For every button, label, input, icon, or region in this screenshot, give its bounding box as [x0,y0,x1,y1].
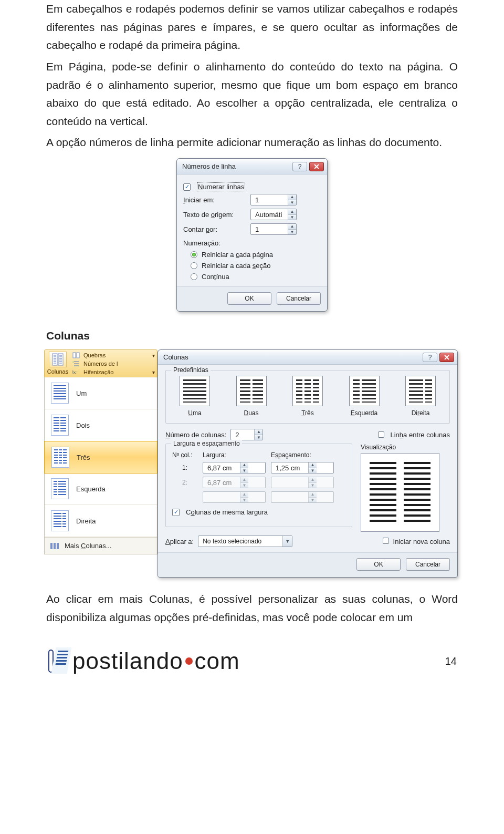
help-button[interactable]: ? [423,353,437,362]
columns-ribbon-gallery: Colunas Quebras ▾ 1 Números de l [44,349,158,578]
texto-origem-input[interactable]: Automáti ▲▼ [250,209,297,220]
preset-two[interactable]: Duas [229,376,274,417]
help-button[interactable]: ? [292,162,307,171]
radio-reiniciar-pagina[interactable]: Reiniciar a cada página [183,249,321,260]
gallery-more-columns[interactable]: Mais Colunas... [45,537,157,554]
width-spacing-fieldset: Largura e espaçamento Nº col.: Largura: … [165,444,352,527]
numerar-linhas-checkbox[interactable] [183,183,191,191]
preview-box [361,453,439,532]
width-header: Largura: [203,451,266,459]
ok-button[interactable]: OK [227,292,271,305]
spin-down-icon[interactable]: ▼ [288,200,296,205]
spin-up-icon[interactable]: ▲ [288,194,296,200]
preset-three[interactable]: Três [285,376,330,417]
svg-rect-14 [73,353,76,358]
iniciar-em-label: Iniciar em: [183,196,246,204]
line-between-checkbox[interactable] [378,431,384,438]
num-columns-input[interactable]: 2 ▲▼ [230,429,263,440]
radio-continua[interactable]: Contínua [183,271,321,282]
row2-width-input: 6,87 cm▲▼ [203,477,266,488]
svg-rect-24 [57,543,59,549]
svg-rect-15 [77,353,79,358]
preset-two-icon [236,376,267,406]
svg-text:1: 1 [72,361,74,363]
paragraph-3: A opção números de linha permite adicion… [46,133,458,152]
preset-one-icon [180,376,210,406]
row2-spacing-input: ▲▼ [271,477,334,488]
preset-right-icon [405,376,436,406]
preset-left-icon [349,376,380,406]
spin-up-icon[interactable]: ▲ [288,224,296,230]
close-button[interactable] [439,353,454,362]
presets-fieldset: Predefinidas Uma Duas Três [165,370,450,424]
presets-legend: Predefinidas [171,366,211,374]
section-heading-colunas: Colunas [46,330,458,342]
svg-text:bc: bc [72,370,77,375]
spin-down-icon[interactable]: ▼ [288,230,296,235]
radio-icon [191,273,197,280]
dot-icon [185,657,193,665]
close-icon [314,164,319,169]
columns-dialog: Colunas ? Predefinidas Uma [158,349,458,578]
start-new-column-row: Iniciar nova coluna [383,538,450,545]
ribbon-hyphenation-menu[interactable]: bc- Hifenização ▾ [72,368,155,376]
preset-one[interactable]: Uma [172,376,217,417]
gallery-item-three[interactable]: Três [44,441,158,473]
radio-icon [191,262,197,269]
paragraph-1: Em cabeçalhos e rodapés podemos definir … [46,0,458,55]
gallery-item-two[interactable]: Dois [45,409,157,441]
spin-down-icon[interactable]: ▼ [255,435,262,440]
contar-por-label: Contar por: [183,225,246,233]
contar-por-input[interactable]: 1 ▲▼ [250,223,297,235]
radio-reiniciar-secao[interactable]: Reiniciar a cada seção [183,260,321,271]
numeracao-group-label: Numeração: [183,239,321,247]
row2-num: 2: [172,479,197,486]
cancel-button[interactable]: Cancelar [277,292,321,305]
ok-button[interactable]: OK [356,558,401,571]
paragraph-4: Ao clicar em mais Colunas, é possível pe… [46,590,458,626]
columns-left-icon [51,478,69,499]
line-between-row[interactable]: Linha entre colunas [378,431,450,439]
spin-down-icon[interactable]: ▼ [288,215,296,220]
dialog-titlebar: Colunas ? [158,350,457,365]
radio-icon [191,251,197,258]
breaks-icon [72,352,80,359]
spin-up-icon[interactable]: ▲ [255,429,262,435]
close-icon [444,355,449,360]
logo-icon [47,647,70,675]
ribbon-breaks-menu[interactable]: Quebras ▾ [72,352,155,359]
ribbon-columns-button[interactable]: Colunas [47,352,69,376]
dialog-title: Colunas [163,353,188,361]
chevron-down-icon: ▼ [282,536,292,547]
ribbon-line-numbers-menu[interactable]: 1 Números de l [72,360,155,367]
equal-width-checkbox[interactable] [172,509,180,516]
brand-text-1: postilando [72,648,183,674]
brand-text-2: com [195,648,240,674]
svg-rect-23 [54,543,56,549]
preset-left[interactable]: Esquerda [342,376,387,417]
gallery-item-right[interactable]: Direita [45,505,157,537]
columns-icon [49,352,67,367]
svg-rect-22 [50,543,52,549]
gallery-item-one[interactable]: Um [45,377,157,409]
numerar-linhas-label: Numerar linhas [197,183,245,191]
num-columns-label: Número de colunas: [165,431,226,439]
equal-width-row[interactable]: Colunas de mesma largura [172,508,345,516]
preset-right[interactable]: Direita [398,376,443,417]
start-new-column-checkbox [383,538,389,544]
close-button[interactable] [309,162,324,171]
preview-label: Visualização [361,444,450,451]
numerar-linhas-row[interactable]: Numerar linhas [183,183,321,191]
spacing-header: Espaçamento: [271,451,334,459]
row3-spacing-input: ▲▼ [271,491,334,503]
row1-width-input[interactable]: 6,87 cm▲▼ [203,462,266,473]
apply-to-select[interactable]: No texto selecionado ▼ [198,536,292,547]
line-numbers-icon: 1 [72,360,80,367]
spin-up-icon[interactable]: ▲ [288,209,296,215]
gallery-item-left[interactable]: Esquerda [45,473,157,505]
cancel-button[interactable]: Cancelar [406,558,450,571]
page-number: 14 [445,655,457,667]
row1-spacing-input[interactable]: 1,25 cm▲▼ [271,462,334,473]
col-num-header: Nº col.: [172,451,197,459]
iniciar-em-input[interactable]: 1 ▲▼ [250,194,297,205]
